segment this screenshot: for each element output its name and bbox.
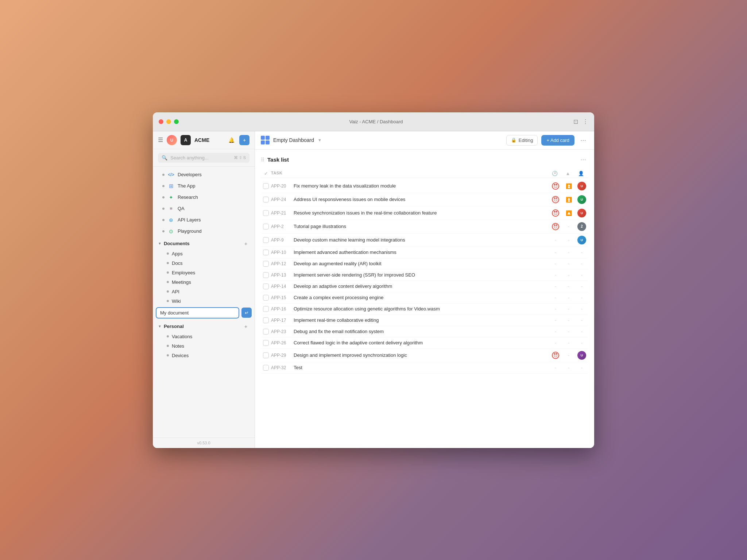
notification-icon[interactable]: 🔔 [226, 135, 236, 145]
table-row[interactable]: APP-21 Resolve synchronization issues in… [261, 206, 588, 220]
table-row[interactable]: APP-10 Implement advanced authentication… [261, 247, 588, 258]
task-assignee-cell: U [575, 351, 588, 360]
user-avatar[interactable]: U [167, 135, 177, 145]
sidebar-nav: </> Developers ⊞ The App ✦ Research ≡ QA [153, 167, 255, 437]
table-row[interactable]: APP-9 Develop custom machine learning mo… [261, 233, 588, 247]
table-row[interactable]: APP-14 Develop an adaptive content deliv… [261, 281, 588, 292]
task-checkbox[interactable] [263, 365, 269, 371]
extensions-icon[interactable]: ⊡ [573, 118, 578, 125]
task-checkbox[interactable] [263, 329, 269, 335]
task-checkbox[interactable] [263, 261, 269, 267]
task-checkbox[interactable] [263, 283, 269, 289]
task-assignee-cell: - [575, 364, 588, 371]
sidebar-item-employees[interactable]: Employees [155, 268, 252, 277]
main-content: Empty Dashboard ▼ 🔒 Editing + Add card ⋯… [255, 131, 594, 448]
main-toolbar: Empty Dashboard ▼ 🔒 Editing + Add card ⋯ [255, 131, 594, 150]
documents-section-header[interactable]: ▼ Documents + [153, 237, 255, 249]
more-icon[interactable]: ⋮ [582, 118, 588, 125]
task-checkbox[interactable] [263, 340, 269, 346]
table-row[interactable]: APP-29 Design and implement improved syn… [261, 349, 588, 362]
task-id: APP-15 [271, 295, 290, 300]
task-checkbox[interactable] [263, 237, 269, 243]
table-row[interactable]: APP-20 Fix memory leak in the data visua… [261, 179, 588, 193]
sidebar-item-research[interactable]: ✦ Research [155, 192, 252, 203]
table-row[interactable]: APP-23 Debug and fix the email notificat… [261, 326, 588, 337]
close-button[interactable] [159, 119, 163, 124]
column-headers: ✓ TASK 🕐 ▲ 👤 [261, 169, 588, 178]
documents-add-button[interactable]: + [242, 240, 249, 247]
toolbar-more-button[interactable]: ⋯ [578, 135, 588, 145]
nav-dot [162, 174, 165, 176]
table-row[interactable]: APP-32 Test - - - [261, 362, 588, 374]
personal-add-button[interactable]: + [242, 323, 249, 330]
task-title: Test [294, 365, 302, 370]
clock-col-header-icon: 🕐 [549, 171, 561, 176]
personal-section-header[interactable]: ▼ Personal + [153, 320, 255, 332]
editing-button[interactable]: 🔒 Editing [506, 135, 538, 146]
nav-dot [167, 290, 169, 293]
search-shortcut: ⌘ ⇧ S [234, 155, 246, 160]
table-row[interactable]: APP-13 Implement server-side rendering (… [261, 270, 588, 281]
table-row[interactable]: APP-12 Develop an augmented reality (AR)… [261, 258, 588, 270]
task-id: APP-13 [271, 273, 290, 278]
table-row[interactable]: APP-15 Create a complex event processing… [261, 292, 588, 304]
sidebar-item-wiki[interactable]: Wiki [155, 297, 252, 306]
table-row[interactable]: APP-17 Implement real-time collaborative… [261, 315, 588, 326]
sidebar-item-notes[interactable]: Notes [155, 341, 252, 351]
task-checkbox[interactable] [263, 306, 269, 312]
task-checkbox[interactable] [263, 317, 269, 323]
task-checkbox[interactable] [263, 197, 269, 202]
task-list-more-button[interactable]: ⋯ [578, 155, 588, 165]
clock-overdue-icon: ⏰ [552, 223, 559, 230]
task-checkbox[interactable] [263, 250, 269, 255]
task-content: APP-23 Debug and fix the email notificat… [271, 329, 549, 334]
sidebar-label-vacations: Vacations [172, 334, 247, 339]
sidebar-item-docs[interactable]: Docs [155, 259, 252, 268]
avatar: U [577, 182, 586, 190]
nav-dot [162, 208, 165, 210]
drag-handle-icon[interactable]: ⠿ [261, 157, 264, 163]
task-checkbox[interactable] [263, 183, 269, 189]
table-row[interactable]: APP-26 Correct flawed logic in the adapt… [261, 337, 588, 349]
sidebar-item-apps[interactable]: Apps [155, 249, 252, 258]
new-item-button[interactable]: + [239, 135, 249, 145]
theapp-icon: ⊞ [167, 182, 175, 190]
sidebar-label-devices: Devices [172, 353, 247, 358]
minimize-button[interactable] [166, 119, 171, 124]
new-document-confirm-button[interactable]: ↵ [241, 308, 252, 318]
sidebar-item-developers[interactable]: </> Developers [155, 169, 252, 180]
avatar: U [577, 195, 586, 204]
assignee-col-header-icon: 👤 [575, 171, 587, 176]
task-checkbox[interactable] [263, 272, 269, 278]
sidebar-item-devices[interactable]: Devices [155, 351, 252, 360]
board-title-chevron-icon[interactable]: ▼ [318, 138, 322, 142]
sidebar-label-api: API [172, 289, 247, 294]
task-checkbox[interactable] [263, 295, 269, 301]
new-document-input[interactable] [156, 307, 239, 318]
table-row[interactable]: APP-16 Optimize resource allocation usin… [261, 304, 588, 315]
table-row[interactable]: APP-2 Tutorial page illustrations ⏰ - 2 [261, 220, 588, 233]
sidebar-item-meetings[interactable]: Meetings [155, 278, 252, 287]
search-bar[interactable]: 🔍 Search anything... ⌘ ⇧ S [158, 153, 249, 163]
sidebar-item-apilayers[interactable]: ⊛ API Layers [155, 215, 252, 225]
task-checkbox[interactable] [263, 210, 269, 216]
task-clock-cell: - [549, 294, 562, 301]
table-row[interactable]: APP-24 Address UI responsiveness issues … [261, 193, 588, 206]
maximize-button[interactable] [174, 119, 179, 124]
sidebar-item-api[interactable]: API [155, 287, 252, 296]
sidebar-item-theapp[interactable]: ⊞ The App [155, 181, 252, 192]
task-content: APP-15 Create a complex event processing… [271, 295, 549, 300]
sidebar-item-vacations[interactable]: Vacations [155, 332, 252, 341]
task-checkbox[interactable] [263, 352, 269, 358]
avatar: U [577, 209, 586, 217]
task-title: Develop an adaptive content delivery alg… [294, 283, 392, 289]
task-priority-cell: - [562, 352, 575, 359]
hamburger-icon[interactable]: ☰ [158, 136, 163, 143]
task-id: APP-2 [271, 224, 290, 229]
task-checkbox[interactable] [263, 224, 269, 229]
sidebar-item-playground[interactable]: ⊙ Playground [155, 226, 252, 237]
search-area: 🔍 Search anything... ⌘ ⇧ S [153, 149, 255, 167]
sidebar-item-qa[interactable]: ≡ QA [155, 203, 252, 214]
add-card-button[interactable]: + Add card [541, 135, 574, 146]
task-priority-cell: 🔼 [562, 210, 575, 216]
